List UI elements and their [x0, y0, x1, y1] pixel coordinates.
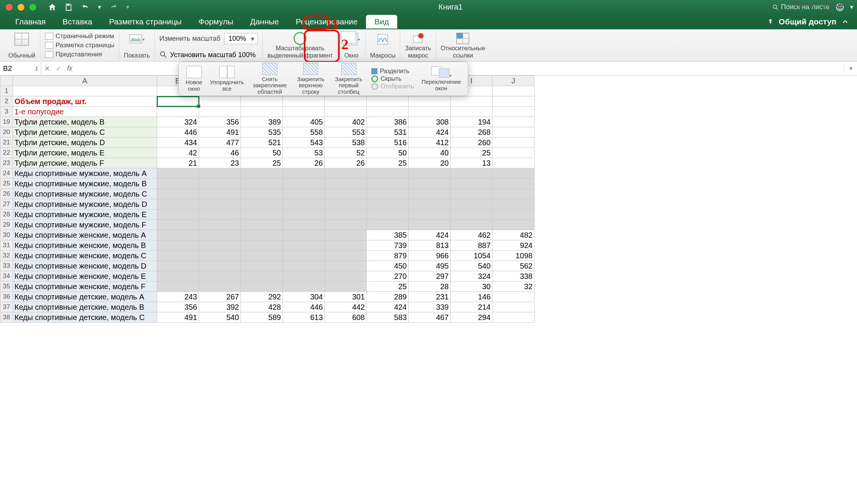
row-header[interactable]: 3 [0, 107, 13, 117]
cell[interactable] [283, 179, 325, 189]
row-header[interactable]: 20 [0, 127, 13, 138]
column-header[interactable]: A [13, 76, 157, 86]
cell[interactable] [241, 189, 283, 199]
cell[interactable]: 521 [241, 138, 283, 148]
row-header[interactable]: 1 [0, 86, 13, 96]
cell[interactable] [325, 199, 367, 210]
row-header[interactable]: 30 [0, 230, 13, 240]
cell[interactable]: 21 [157, 158, 199, 168]
cell[interactable]: 462 [451, 230, 493, 240]
cell[interactable]: 243 [157, 292, 199, 302]
cell[interactable] [283, 240, 325, 251]
cell[interactable]: 739 [367, 240, 409, 251]
cell[interactable] [199, 107, 241, 117]
cell[interactable]: 40 [409, 148, 451, 158]
cell[interactable] [367, 179, 409, 189]
cell[interactable] [493, 199, 534, 210]
cell[interactable]: 966 [409, 251, 451, 261]
cell[interactable]: 289 [367, 292, 409, 302]
smile-dropdown-icon[interactable]: ▾ [850, 3, 853, 11]
cell[interactable]: 214 [451, 302, 493, 312]
cell[interactable]: 30 [451, 282, 493, 292]
cell[interactable]: 540 [199, 312, 241, 323]
cell[interactable] [199, 189, 241, 199]
cell[interactable] [493, 312, 534, 323]
cell[interactable] [409, 220, 451, 230]
cell[interactable]: 146 [451, 292, 493, 302]
cell[interactable] [157, 251, 199, 261]
cell[interactable]: 613 [283, 312, 325, 323]
cell[interactable] [283, 168, 325, 179]
cell[interactable]: 1054 [451, 251, 493, 261]
cell[interactable]: 50 [367, 148, 409, 158]
cell[interactable] [157, 240, 199, 251]
cell[interactable] [241, 210, 283, 220]
cell[interactable] [199, 168, 241, 179]
unfreeze-panes-button[interactable]: Снять закрепление областей [248, 62, 292, 96]
cell[interactable]: 301 [325, 292, 367, 302]
cell[interactable]: 270 [367, 271, 409, 282]
cell[interactable] [493, 148, 534, 158]
collapse-ribbon-icon[interactable] [841, 18, 849, 26]
cell[interactable] [325, 261, 367, 271]
cell[interactable] [493, 117, 534, 127]
cell[interactable] [451, 210, 493, 220]
row-header[interactable]: 35 [0, 282, 13, 292]
ribbon-tab[interactable]: Вставка [54, 15, 101, 29]
row-header[interactable]: 2 [0, 96, 13, 107]
cell[interactable]: 424 [409, 127, 451, 138]
cell[interactable] [283, 199, 325, 210]
zoom-100-button[interactable]: Установить масштаб 100% [159, 51, 256, 59]
cell[interactable] [157, 220, 199, 230]
cell[interactable] [199, 251, 241, 261]
custom-views-button[interactable]: Представления [45, 51, 102, 58]
traffic-maximize[interactable] [29, 4, 36, 11]
cell[interactable] [451, 220, 493, 230]
cell[interactable]: 356 [157, 302, 199, 312]
cell[interactable]: 424 [367, 302, 409, 312]
cell[interactable] [451, 199, 493, 210]
ribbon-tab[interactable]: Главная [7, 15, 54, 29]
cell[interactable] [241, 230, 283, 240]
redo-dropdown-icon[interactable]: ▾ [126, 3, 129, 11]
cell[interactable]: 813 [409, 240, 451, 251]
cell[interactable] [493, 158, 534, 168]
cell[interactable]: 53 [283, 148, 325, 158]
cell[interactable] [241, 220, 283, 230]
cell[interactable]: 477 [199, 138, 241, 148]
cell[interactable]: 535 [241, 127, 283, 138]
cell[interactable]: 42 [157, 148, 199, 158]
cell[interactable]: Кеды спортивные детские, модель A [13, 292, 157, 302]
cell[interactable] [325, 282, 367, 292]
cell[interactable] [157, 230, 199, 240]
cell[interactable]: 879 [367, 251, 409, 261]
cell[interactable]: Кеды спортивные детские, модель B [13, 302, 157, 312]
cell[interactable]: Туфли детские, модель C [13, 127, 157, 138]
cell[interactable]: 338 [493, 271, 534, 282]
cell[interactable]: 28 [409, 282, 451, 292]
cell[interactable] [367, 189, 409, 199]
cell[interactable] [199, 199, 241, 210]
cell[interactable] [241, 261, 283, 271]
cell[interactable]: 442 [325, 302, 367, 312]
row-header[interactable]: 34 [0, 271, 13, 282]
cell[interactable] [493, 220, 534, 230]
cell[interactable]: 389 [241, 117, 283, 127]
cell[interactable] [451, 96, 493, 107]
cell[interactable] [199, 220, 241, 230]
cell[interactable] [283, 271, 325, 282]
new-window-button[interactable]: Новое окно [182, 65, 206, 93]
ribbon-tab[interactable]: Рецензирование [287, 15, 366, 29]
traffic-minimize[interactable] [18, 4, 24, 11]
cell[interactable]: 1-е полугодие [13, 107, 157, 117]
cell[interactable] [241, 168, 283, 179]
cell[interactable] [283, 282, 325, 292]
cell[interactable] [13, 86, 157, 96]
cell[interactable]: Туфли детские, модель D [13, 138, 157, 148]
cell[interactable] [325, 230, 367, 240]
cell[interactable]: 25 [241, 158, 283, 168]
ribbon-tab[interactable]: Вид [366, 15, 397, 29]
cell[interactable]: 292 [241, 292, 283, 302]
cell[interactable]: 589 [241, 312, 283, 323]
cell[interactable] [199, 271, 241, 282]
